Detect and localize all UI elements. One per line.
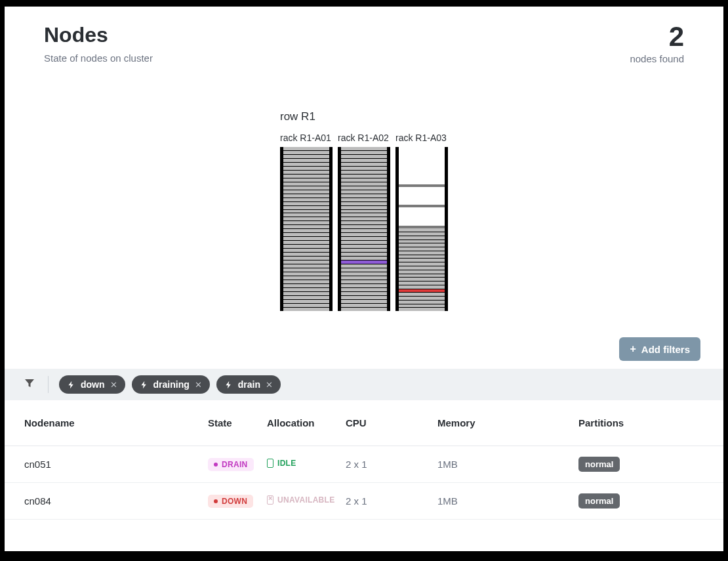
rack-column: rack R1-A03 xyxy=(395,133,448,311)
rack-diagram: row R1 rack R1-A01rack R1-A02rack R1-A03 xyxy=(5,110,723,311)
table-row: cn051 DRAIN IDLE 2 x 1 1MB normal xyxy=(5,446,723,483)
filter-icon xyxy=(24,378,35,391)
cpu-value: 2 x 1 xyxy=(346,495,437,507)
allocation-badge: UNAVAILABLE xyxy=(267,495,335,505)
allocation-icon xyxy=(267,495,273,505)
rack-column: rack R1-A02 xyxy=(338,133,390,311)
col-partitions: Partitions xyxy=(578,417,704,428)
nodes-count: 2 xyxy=(630,23,684,51)
rack-row-title: row R1 xyxy=(280,110,448,123)
header-left: Nodes State of nodes on cluster xyxy=(44,23,153,64)
filter-chip[interactable]: draining✕ xyxy=(132,375,210,394)
filter-chip-label: drain xyxy=(238,379,260,390)
bolt-icon xyxy=(224,381,233,389)
node-link[interactable]: cn051 xyxy=(24,459,51,470)
allocation-icon xyxy=(267,459,273,468)
filter-bar: down✕draining✕drain✕ xyxy=(5,369,723,400)
col-nodename: Nodename xyxy=(24,417,208,428)
state-dot-icon xyxy=(214,463,218,467)
filter-chips: down✕draining✕drain✕ xyxy=(59,375,281,394)
rack-slot[interactable] xyxy=(341,308,387,311)
state-badge: DOWN xyxy=(208,495,253,508)
bolt-icon xyxy=(67,381,75,389)
page-title: Nodes xyxy=(44,23,153,47)
plus-icon: + xyxy=(630,343,636,355)
remove-filter-icon[interactable]: ✕ xyxy=(266,380,273,390)
header-right: 2 nodes found xyxy=(630,23,684,64)
table-body: cn051 DRAIN IDLE 2 x 1 1MB normal cn084 … xyxy=(5,446,723,520)
filter-chip-label: down xyxy=(81,379,105,390)
rack-slot[interactable] xyxy=(283,308,329,311)
col-memory: Memory xyxy=(437,417,578,428)
table-row: cn084 DOWN UNAVAILABLE 2 x 1 1MB normal xyxy=(5,483,723,520)
bolt-icon xyxy=(140,381,148,389)
add-filters-button[interactable]: + Add filters xyxy=(619,337,700,361)
nodes-table: Nodename State Allocation CPU Memory Par… xyxy=(5,400,723,520)
remove-filter-icon[interactable]: ✕ xyxy=(110,380,117,390)
rack-slot[interactable] xyxy=(399,223,445,229)
partition-badge[interactable]: normal xyxy=(578,457,620,472)
memory-value: 1MB xyxy=(437,459,578,470)
rack-slot[interactable] xyxy=(399,181,445,187)
rack-slot[interactable] xyxy=(399,308,445,311)
filter-chip-label: draining xyxy=(153,379,190,390)
table-header: Nodename State Allocation CPU Memory Par… xyxy=(5,400,723,446)
rack-column: rack R1-A01 xyxy=(280,133,333,311)
partition-badge[interactable]: normal xyxy=(578,493,620,509)
col-allocation: Allocation xyxy=(267,417,346,428)
rack[interactable] xyxy=(395,147,448,311)
state-badge: DRAIN xyxy=(208,458,254,471)
actions-row: + Add filters xyxy=(5,311,723,369)
col-state: State xyxy=(208,417,267,428)
rack[interactable] xyxy=(280,147,333,311)
rack-label: rack R1-A01 xyxy=(280,133,333,143)
add-filters-label: Add filters xyxy=(641,344,690,355)
rack-slot[interactable] xyxy=(399,202,445,208)
cpu-value: 2 x 1 xyxy=(346,459,437,470)
memory-value: 1MB xyxy=(437,495,578,507)
page-header: Nodes State of nodes on cluster 2 nodes … xyxy=(5,7,723,64)
node-link[interactable]: cn084 xyxy=(24,495,51,507)
rack-label: rack R1-A02 xyxy=(338,133,390,143)
rack-row: rack R1-A01rack R1-A02rack R1-A03 xyxy=(280,133,448,311)
col-cpu: CPU xyxy=(346,417,437,428)
rack-label: rack R1-A03 xyxy=(395,133,448,143)
state-dot-icon xyxy=(214,499,218,503)
filter-chip[interactable]: drain✕ xyxy=(216,375,281,394)
nodes-count-label: nodes found xyxy=(630,53,684,64)
allocation-badge: IDLE xyxy=(267,459,296,468)
separator xyxy=(48,376,49,393)
page-frame: Nodes State of nodes on cluster 2 nodes … xyxy=(5,7,723,551)
filter-chip[interactable]: down✕ xyxy=(59,375,125,394)
remove-filter-icon[interactable]: ✕ xyxy=(195,380,202,390)
page-subtitle: State of nodes on cluster xyxy=(44,52,153,64)
rack[interactable] xyxy=(338,147,390,311)
